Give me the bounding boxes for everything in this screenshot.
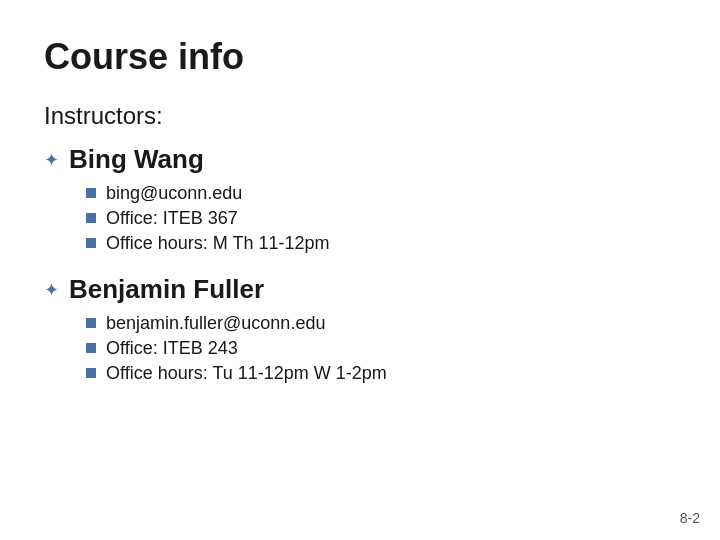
detail-item: Office hours: Tu 11-12pm W 1-2pm (86, 363, 676, 384)
instructor-name-1: Bing Wang (69, 144, 204, 175)
detail-item: bing@uconn.edu (86, 183, 676, 204)
bullet-diamond-2: ✦ (44, 279, 59, 301)
sub-bullet-icon (86, 368, 96, 378)
detail-text: benjamin.fuller@uconn.edu (106, 313, 325, 334)
sub-bullet-icon (86, 318, 96, 328)
detail-text: bing@uconn.edu (106, 183, 242, 204)
detail-text: Office hours: M Th 11-12pm (106, 233, 329, 254)
detail-item: Office: ITEB 367 (86, 208, 676, 229)
page-number: 8-2 (680, 510, 700, 526)
detail-item: Office hours: M Th 11-12pm (86, 233, 676, 254)
instructor-details-1: bing@uconn.edu Office: ITEB 367 Office h… (86, 183, 676, 254)
detail-text: Office: ITEB 243 (106, 338, 238, 359)
detail-text: Office: ITEB 367 (106, 208, 238, 229)
instructor-name-row-2: ✦ Benjamin Fuller (44, 274, 676, 305)
instructor-block-2: ✦ Benjamin Fuller benjamin.fuller@uconn.… (44, 274, 676, 384)
sub-bullet-icon (86, 343, 96, 353)
instructor-block-1: ✦ Bing Wang bing@uconn.edu Office: ITEB … (44, 144, 676, 254)
bullet-diamond-1: ✦ (44, 149, 59, 171)
instructor-name-2: Benjamin Fuller (69, 274, 264, 305)
instructors-heading: Instructors: (44, 102, 676, 130)
sub-bullet-icon (86, 188, 96, 198)
detail-item: Office: ITEB 243 (86, 338, 676, 359)
instructor-name-row-1: ✦ Bing Wang (44, 144, 676, 175)
detail-item: benjamin.fuller@uconn.edu (86, 313, 676, 334)
sub-bullet-icon (86, 213, 96, 223)
slide: Course info Instructors: ✦ Bing Wang bin… (0, 0, 720, 540)
detail-text: Office hours: Tu 11-12pm W 1-2pm (106, 363, 387, 384)
slide-title: Course info (44, 36, 676, 78)
instructor-details-2: benjamin.fuller@uconn.edu Office: ITEB 2… (86, 313, 676, 384)
sub-bullet-icon (86, 238, 96, 248)
